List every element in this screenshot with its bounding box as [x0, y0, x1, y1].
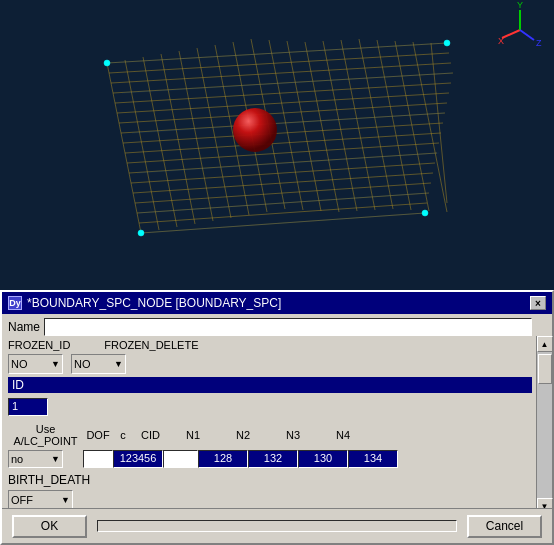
dialog: Dy *BOUNDARY_SPC_NODE [BOUNDARY_SPC] × N…: [0, 290, 554, 545]
frozen-header-row: FROZEN_ID FROZEN_DELETE: [8, 339, 532, 351]
col-header-c: c: [113, 429, 133, 441]
svg-text:Z: Z: [536, 38, 542, 48]
scroll-thumb[interactable]: [538, 354, 552, 384]
dropdown-arrow-icon: ▼: [51, 454, 60, 464]
frozen-delete-dropdown[interactable]: NO ▼: [71, 354, 126, 374]
dropdown-arrow-icon: ▼: [51, 359, 60, 369]
use-dropdown[interactable]: no ▼: [8, 450, 63, 468]
frozen-dropdowns-row: NO ▼ NO ▼: [8, 354, 532, 374]
dialog-titlebar: Dy *BOUNDARY_SPC_NODE [BOUNDARY_SPC] ×: [2, 292, 552, 314]
col-header-n3: N3: [268, 429, 318, 441]
dialog-body: Name FROZEN_ID FROZEN_DELETE NO ▼ NO ▼ I…: [2, 314, 552, 514]
col-header-cid: CID: [133, 429, 168, 441]
n2-cell[interactable]: 132: [248, 450, 298, 468]
ok-button[interactable]: OK: [12, 515, 87, 538]
birth-death-label: BIRTH_DEATH: [8, 473, 90, 487]
dialog-app-icon: Dy: [8, 296, 22, 310]
name-row: Name: [8, 318, 532, 336]
col-header-n1: N1: [168, 429, 218, 441]
svg-point-47: [138, 230, 144, 236]
svg-rect-0: [0, 0, 554, 295]
c-cell[interactable]: 123456: [113, 450, 163, 468]
svg-text:X: X: [498, 36, 504, 46]
col-header-dof: DOF: [83, 429, 113, 441]
table-row-1: no ▼ 123456 128 132 130 134: [8, 450, 532, 468]
name-input[interactable]: [44, 318, 532, 336]
table-header: Use A/LC_POINT DOF c CID N1 N2 N3 N4: [8, 423, 532, 447]
n1-cell[interactable]: 128: [198, 450, 248, 468]
birth-death-row: BIRTH_DEATH: [8, 473, 532, 487]
close-button[interactable]: ×: [530, 296, 546, 310]
dof-cell[interactable]: [83, 450, 113, 468]
frozen-id-dropdown[interactable]: NO ▼: [8, 354, 63, 374]
frozen-delete-label: FROZEN_DELETE: [104, 339, 198, 351]
dialog-title-area: Dy *BOUNDARY_SPC_NODE [BOUNDARY_SPC]: [8, 296, 281, 310]
svg-point-46: [444, 40, 450, 46]
id-field[interactable]: 1: [8, 398, 48, 416]
id-section-header: ID: [8, 377, 532, 393]
id-value-row: 1: [8, 398, 532, 416]
col-header-n4: N4: [318, 429, 368, 441]
dialog-footer: OK Cancel: [2, 508, 552, 543]
birth-death-dropdown-row: OFF ▼: [8, 490, 532, 510]
n3-cell[interactable]: 130: [298, 450, 348, 468]
name-label: Name: [8, 320, 40, 334]
dropdown-arrow-icon: ▼: [61, 495, 70, 505]
col-header-n2: N2: [218, 429, 268, 441]
birth-death-dropdown[interactable]: OFF ▼: [8, 490, 73, 510]
3d-viewport: X Y Z: [0, 0, 554, 295]
svg-point-44: [233, 108, 277, 152]
dialog-title: *BOUNDARY_SPC_NODE [BOUNDARY_SPC]: [27, 296, 281, 310]
progress-area: [97, 520, 457, 532]
svg-point-48: [422, 210, 428, 216]
col-header-use: Use A/LC_POINT: [8, 423, 83, 447]
dropdown-arrow-icon: ▼: [114, 359, 123, 369]
scroll-up-button[interactable]: ▲: [537, 336, 553, 352]
frozen-id-label: FROZEN_ID: [8, 339, 70, 351]
cid-cell[interactable]: [163, 450, 198, 468]
svg-text:Y: Y: [517, 0, 523, 10]
svg-point-45: [104, 60, 110, 66]
vertical-scrollbar[interactable]: ▲ ▼: [536, 336, 552, 514]
n4-cell[interactable]: 134: [348, 450, 398, 468]
cancel-button[interactable]: Cancel: [467, 515, 542, 538]
